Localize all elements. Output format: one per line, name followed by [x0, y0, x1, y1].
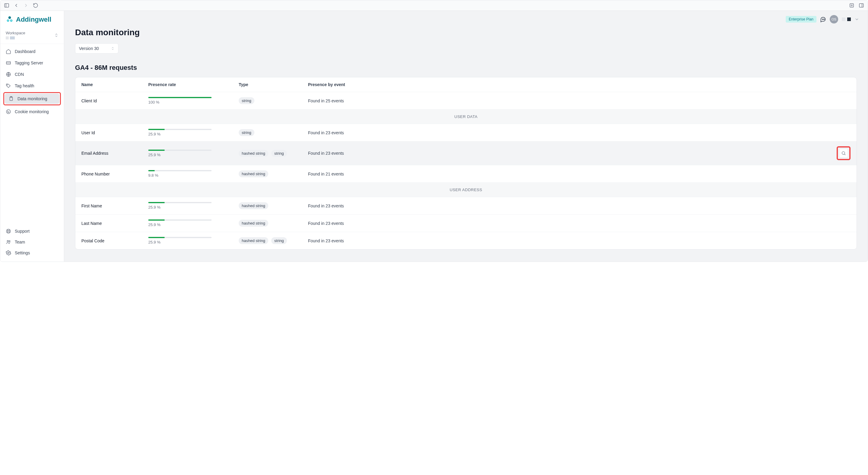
cell-event: Found in 25 events: [308, 98, 835, 103]
cell-event: Found in 23 events: [308, 203, 835, 208]
server-icon: [6, 60, 11, 66]
browser-frame: Addingwell Workspace: [0, 0, 868, 262]
sidebar-item-settings[interactable]: Settings: [2, 248, 62, 258]
sidebar-item-label: Cookie monitoring: [15, 109, 49, 114]
svg-point-31: [824, 19, 825, 20]
bottom-nav: Support Team Settings: [0, 224, 64, 262]
cell-name: Postal Code: [82, 238, 148, 243]
progress-fill: [148, 149, 164, 151]
chevron-up-down-icon: [54, 33, 59, 37]
progress-fill: [148, 97, 212, 98]
panel-right-icon[interactable]: [859, 3, 864, 8]
cell-type: hashed string: [239, 202, 308, 209]
progress-fill: [148, 202, 164, 203]
cell-presence: 25.9 %: [148, 202, 239, 209]
type-badge: string: [239, 129, 254, 136]
sidebar-item-team[interactable]: Team: [2, 237, 62, 247]
svg-point-5: [8, 16, 11, 19]
brand-logo[interactable]: Addingwell: [0, 11, 64, 27]
svg-point-8: [7, 20, 8, 21]
col-header-name: Name: [82, 82, 148, 87]
workspace-switcher[interactable]: Workspace: [0, 27, 64, 44]
sidebar-item-label: Team: [15, 240, 25, 244]
table-row[interactable]: Postal Code 25.9 % hashed stringstring F…: [75, 232, 857, 249]
chevron-up-down-icon: [111, 47, 115, 50]
table-row[interactable]: Email Address 25.9 % hashed stringstring…: [75, 141, 857, 165]
col-header-presence: Presence rate: [148, 82, 239, 87]
table-row[interactable]: Client Id 100 % string Found in 25 event…: [75, 92, 857, 109]
avatar[interactable]: OS: [830, 15, 838, 24]
svg-point-19: [8, 112, 8, 113]
sidebar-item-data-monitoring[interactable]: Data monitoring: [5, 94, 59, 104]
workspace-name-placeholder: [6, 36, 25, 39]
progress-fill: [148, 129, 164, 130]
progress-label: 9.8 %: [148, 173, 236, 178]
cell-event: Found in 23 events: [308, 151, 835, 156]
svg-point-32: [842, 152, 845, 155]
svg-point-13: [7, 84, 8, 85]
sidebar: Addingwell Workspace: [0, 11, 64, 262]
globe-icon: [6, 72, 11, 77]
svg-line-23: [9, 232, 10, 233]
back-icon[interactable]: [13, 3, 19, 8]
home-icon: [6, 49, 11, 54]
cell-event: Found in 23 events: [308, 130, 835, 135]
panel-left-icon[interactable]: [4, 3, 9, 8]
main: Enterprise Plan OS Data monitoring Versi…: [64, 11, 868, 262]
chevron-down-icon[interactable]: [855, 17, 859, 22]
table-row[interactable]: User Id 25.9 % string Found in 23 events: [75, 124, 857, 141]
sidebar-item-label: Dashboard: [15, 49, 36, 54]
table-row[interactable]: First Name 25.9 % hashed string Found in…: [75, 197, 857, 214]
table-section-user-address: USER ADDRESS: [75, 182, 857, 197]
type-badge: hashed string: [239, 202, 268, 209]
data-table: Name Presence rate Type Presence by even…: [75, 77, 857, 249]
svg-point-21: [7, 230, 9, 232]
sidebar-item-dashboard[interactable]: Dashboard: [2, 46, 62, 57]
cell-name: Client Id: [82, 98, 148, 103]
sidebar-item-label: CDN: [15, 72, 24, 77]
sidebar-item-tag-health[interactable]: Tag health: [2, 81, 62, 91]
version-select[interactable]: Version 30: [75, 43, 119, 54]
svg-point-16: [6, 109, 10, 114]
type-badge: hashed string: [239, 170, 268, 177]
progress-fill: [148, 219, 164, 220]
svg-point-30: [823, 19, 824, 20]
sidebar-item-label: Data monitoring: [18, 96, 47, 101]
sidebar-item-label: Settings: [15, 250, 30, 255]
table-row[interactable]: Phone Number 9.8 % hashed string Found i…: [75, 165, 857, 182]
cell-name: User Id: [82, 130, 148, 135]
browser-toolbar: [0, 0, 868, 11]
chat-icon[interactable]: [820, 16, 826, 22]
nav: Dashboard Tagging Server CDN Tag health: [0, 44, 64, 119]
cell-event: Found in 23 events: [308, 221, 835, 226]
users-icon: [6, 239, 11, 245]
section-title: GA4 - 86M requests: [75, 64, 857, 72]
progress-label: 25.9 %: [148, 152, 236, 157]
cell-name: Email Address: [82, 151, 148, 156]
progress-label: 25.9 %: [148, 132, 236, 136]
progress-label: 100 %: [148, 100, 236, 104]
extension-icon[interactable]: [849, 3, 855, 8]
sidebar-item-label: Tagging Server: [15, 61, 43, 65]
svg-point-29: [822, 19, 823, 20]
table-row[interactable]: Last Name 25.9 % hashed string Found in …: [75, 214, 857, 232]
cell-name: First Name: [82, 203, 148, 208]
content: Data monitoring Version 30 GA4 - 86M req…: [64, 27, 868, 262]
cell-type: hashed stringstring: [239, 237, 308, 244]
svg-point-18: [9, 112, 9, 112]
sidebar-item-cdn[interactable]: CDN: [2, 69, 62, 79]
sidebar-item-tagging-server[interactable]: Tagging Server: [2, 58, 62, 68]
sidebar-item-cookie-monitoring[interactable]: Cookie monitoring: [2, 107, 62, 117]
sidebar-item-label: Support: [15, 229, 30, 234]
cell-name: Phone Number: [82, 172, 148, 176]
version-select-label: Version 30: [79, 46, 99, 51]
col-header-event: Presence by event: [308, 82, 835, 87]
svg-rect-3: [859, 4, 864, 7]
reload-icon[interactable]: [33, 3, 38, 8]
sidebar-item-support[interactable]: Support: [2, 226, 62, 236]
row-detail-button[interactable]: [839, 149, 848, 158]
tag-icon: [6, 83, 11, 89]
brand-name: Addingwell: [16, 15, 51, 24]
svg-line-25: [7, 232, 8, 233]
cell-presence: 25.9 %: [148, 129, 239, 136]
